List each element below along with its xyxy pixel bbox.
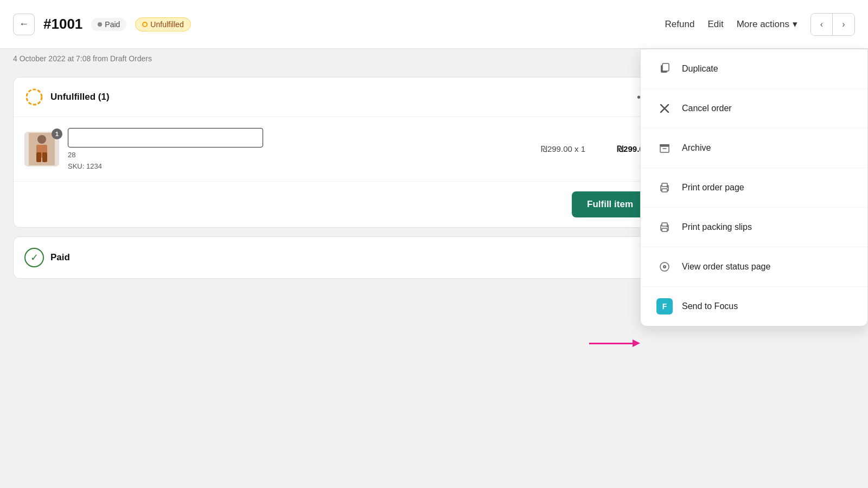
unfulfilled-icon [24,87,44,107]
send-focus-label: Send to Focus [682,301,738,311]
svg-point-23 [664,266,665,267]
unfulfilled-card-title: Unfulfilled (1) [50,92,630,102]
dropdown-item-view-status[interactable]: View order status page [641,247,867,287]
fulfill-row: Fulfill item [14,182,659,227]
view-status-label: View order status page [682,262,770,272]
arrow-annotation [589,339,640,347]
archive-icon [656,139,673,157]
edit-button[interactable]: Edit [707,19,723,30]
paid-badge: Paid [91,18,126,31]
more-actions-dropdown: Duplicate Cancel order Archive [640,49,868,326]
svg-point-0 [27,89,42,105]
print-packing-label: Print packing slips [682,222,752,232]
product-thumbnail [29,133,55,165]
unfulfilled-badge: Unfulfilled [135,17,190,31]
svg-point-20 [667,226,668,227]
fulfill-item-button[interactable]: Fulfill item [572,191,648,217]
focus-app-icon: F [656,298,673,315]
dropdown-item-archive[interactable]: Archive [641,129,867,168]
dropdown-item-send-focus[interactable]: F Send to Focus [641,287,867,326]
dropdown-item-print-packing[interactable]: Print packing slips [641,208,867,247]
item-name-box: 28 SKU: 1234 [68,128,490,170]
view-status-icon [656,258,673,275]
cancel-icon [656,100,673,117]
dropdown-item-duplicate[interactable]: Duplicate [641,49,867,89]
refund-button[interactable]: Refund [665,19,695,30]
print-order-icon [656,179,673,196]
dropdown-item-cancel[interactable]: Cancel order [641,89,867,129]
svg-rect-14 [662,183,667,187]
item-quantity-badge: 1 [52,129,62,139]
archive-label: Archive [682,143,711,153]
svg-rect-18 [662,223,667,226]
item-number: 28 [68,151,490,159]
duplicate-icon [656,60,673,78]
svg-rect-15 [662,189,667,192]
more-actions-button[interactable]: More actions ▾ [737,18,797,30]
item-price-qty: ₪299.00 x 1 [499,144,585,154]
svg-point-16 [667,187,668,188]
item-row: 1 28 SKU: 1234 ₪299.00 x 1 ₪299.00 [14,117,659,182]
svg-point-2 [37,135,46,144]
svg-rect-4 [36,152,41,162]
next-order-button[interactable]: › [833,14,854,35]
unfulfilled-dot-icon [142,22,148,27]
order-number: #1001 [43,16,82,33]
paid-icon: ✓ [24,248,44,267]
svg-rect-7 [662,63,669,71]
paid-title: Paid [50,252,70,263]
header-actions: Refund Edit More actions ▾ ‹ › [665,13,855,36]
prev-order-button[interactable]: ‹ [811,14,833,35]
arrow-line [589,343,633,344]
cancel-label: Cancel order [682,104,732,113]
duplicate-label: Duplicate [682,64,718,74]
dropdown-item-print-order[interactable]: Print order page [641,168,867,208]
paid-card: ✓ Paid [13,236,660,279]
arrow-head [633,339,640,347]
item-image-container: 1 [24,132,59,166]
svg-rect-19 [662,228,667,232]
unfulfilled-card: Unfulfilled (1) ••• [13,77,660,228]
svg-rect-5 [42,152,47,162]
page-header: ← #1001 Paid Unfulfilled Refund Edit Mor… [0,0,868,49]
left-column: Unfulfilled (1) ••• [13,77,671,478]
unfulfilled-card-header: Unfulfilled (1) ••• [14,78,659,117]
nav-arrows: ‹ › [810,13,855,36]
item-name-input[interactable] [68,128,263,147]
print-packing-icon [656,219,673,236]
paid-card-header: ✓ Paid [14,237,659,278]
print-order-label: Print order page [682,183,744,192]
svg-rect-11 [660,146,669,152]
item-sku: SKU: 1234 [68,162,490,170]
back-button[interactable]: ← [13,14,35,35]
chevron-down-icon: ▾ [793,18,797,30]
